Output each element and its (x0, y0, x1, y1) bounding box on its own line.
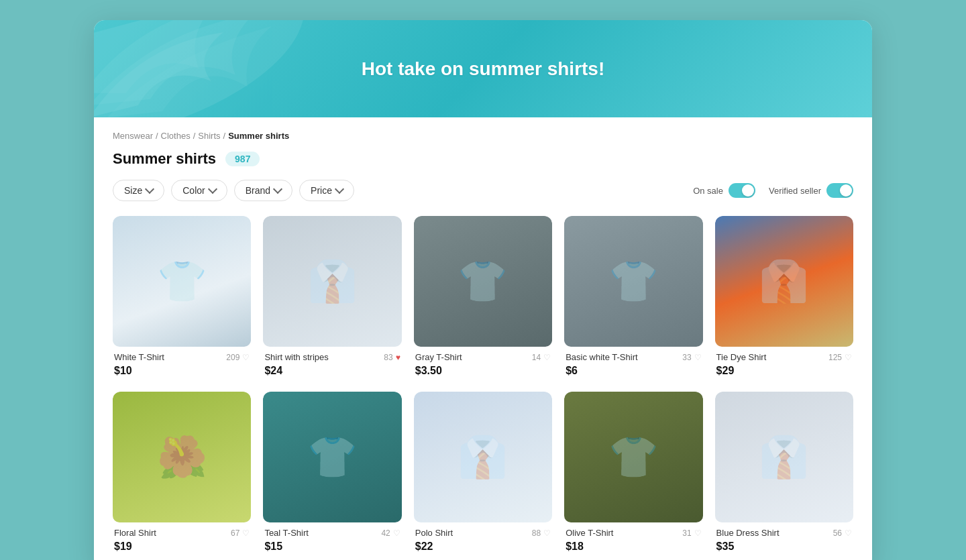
product-price: $10 (114, 365, 250, 377)
heart-icon[interactable]: ♡ (543, 353, 551, 362)
heart-icon[interactable]: ♡ (694, 353, 702, 362)
product-name: Gray T-Shirt (415, 352, 462, 362)
product-name-row: Olive T-Shirt 31 ♡ (566, 528, 701, 538)
product-image: 👕 (113, 216, 251, 347)
product-card[interactable]: 👔 Tie Dye Shirt 125 ♡ $29 (715, 216, 853, 380)
product-info: White T-Shirt 209 ♡ $10 (113, 347, 251, 380)
product-name-row: Floral Shirt 67 ♡ (114, 528, 250, 538)
product-image-emoji: 👔 (715, 392, 853, 522)
brand-chevron-icon (273, 184, 282, 194)
product-info: Shirt with stripes 83 ♥ $24 (263, 347, 401, 380)
product-likes: 31 ♡ (682, 528, 701, 538)
color-filter-label: Color (182, 185, 205, 196)
product-image-emoji: 👕 (113, 216, 251, 347)
product-price: $6 (566, 365, 701, 377)
breadcrumb-menswear[interactable]: Menswear (113, 131, 153, 141)
filters-right: On sale Verified seller (693, 183, 853, 198)
product-name: Floral Shirt (114, 528, 156, 538)
product-image-emoji: 👕 (414, 216, 552, 347)
product-image: 👕 (414, 216, 552, 347)
brand-filter[interactable]: Brand (234, 180, 292, 201)
product-image-emoji: 👕 (564, 216, 702, 347)
heart-icon[interactable]: ♡ (845, 353, 852, 362)
breadcrumb: Menswear / Clothes / Shirts / Summer shi… (113, 131, 853, 141)
product-name: Olive T-Shirt (566, 528, 613, 538)
verified-seller-toggle[interactable] (826, 183, 853, 198)
heart-icon[interactable]: ♥ (396, 353, 400, 362)
product-count-badge: 987 (225, 152, 260, 166)
product-likes: 125 ♡ (828, 353, 852, 362)
product-price: $29 (716, 365, 852, 377)
breadcrumb-sep1: / (156, 131, 158, 141)
hero-title: Hot take on summer shirts! (362, 58, 605, 80)
heart-icon[interactable]: ♡ (845, 528, 852, 538)
product-name: Tie Dye Shirt (716, 352, 767, 362)
heart-icon[interactable]: ♡ (242, 528, 250, 538)
product-name-row: White T-Shirt 209 ♡ (114, 352, 250, 362)
product-likes: 209 ♡ (226, 353, 250, 362)
page-header: Summer shirts 987 (113, 150, 853, 168)
product-image-emoji: 👔 (263, 216, 401, 347)
product-likes: 83 ♥ (384, 353, 400, 362)
likes-count: 56 (833, 528, 842, 538)
price-filter[interactable]: Price (299, 180, 354, 201)
breadcrumb-shirts[interactable]: Shirts (198, 131, 220, 141)
on-sale-toggle[interactable] (729, 183, 755, 198)
color-filter[interactable]: Color (171, 180, 227, 201)
likes-count: 83 (384, 353, 392, 362)
heart-icon[interactable]: ♡ (694, 528, 702, 538)
verified-seller-toggle-group: Verified seller (769, 183, 853, 198)
product-likes: 42 ♡ (381, 528, 400, 538)
product-card[interactable]: 👕 White T-Shirt 209 ♡ $10 (113, 216, 251, 380)
product-image: 👕 (263, 392, 401, 522)
product-image-emoji: 👔 (414, 392, 552, 522)
product-name: Polo Shirt (415, 528, 453, 538)
heart-icon[interactable]: ♡ (543, 528, 551, 538)
product-name-row: Teal T-Shirt 42 ♡ (264, 528, 400, 538)
likes-count: 14 (532, 353, 541, 362)
product-name-row: Basic white T-Shirt 33 ♡ (566, 352, 701, 362)
product-card[interactable]: 👔 Blue Dress Shirt 56 ♡ $35 (715, 392, 853, 555)
product-card[interactable]: 👕 Olive T-Shirt 31 ♡ $18 (564, 392, 702, 555)
product-price: $24 (264, 365, 400, 377)
product-likes: 14 ♡ (532, 353, 551, 362)
product-card[interactable]: 👕 Basic white T-Shirt 33 ♡ $6 (564, 216, 702, 380)
color-chevron-icon (208, 184, 217, 194)
product-image-emoji: 👔 (715, 216, 853, 347)
product-card[interactable]: 🌺 Floral Shirt 67 ♡ $19 (113, 392, 251, 555)
app-container: Hot take on summer shirts! Menswear / Cl… (94, 20, 872, 560)
breadcrumb-active: Summer shirts (228, 131, 289, 141)
heart-icon[interactable]: ♡ (242, 353, 250, 362)
breadcrumb-clothes[interactable]: Clothes (161, 131, 191, 141)
content-area: Menswear / Clothes / Shirts / Summer shi… (94, 117, 872, 560)
breadcrumb-sep3: / (223, 131, 226, 141)
product-image: 👔 (715, 216, 853, 347)
heart-icon[interactable]: ♡ (393, 528, 400, 538)
size-filter-label: Size (124, 185, 142, 196)
product-name-row: Polo Shirt 88 ♡ (415, 528, 551, 538)
product-image: 👔 (263, 216, 401, 347)
product-info: Basic white T-Shirt 33 ♡ $6 (564, 347, 702, 380)
product-price: $3.50 (415, 365, 551, 377)
product-price: $22 (415, 541, 551, 553)
likes-count: 88 (532, 528, 541, 538)
product-info: Gray T-Shirt 14 ♡ $3.50 (414, 347, 552, 380)
product-price: $19 (114, 541, 250, 553)
product-likes: 33 ♡ (682, 353, 701, 362)
product-image: 🌺 (113, 392, 251, 522)
product-card[interactable]: 👕 Gray T-Shirt 14 ♡ $3.50 (414, 216, 552, 380)
likes-count: 31 (682, 528, 691, 538)
product-info: Polo Shirt 88 ♡ $22 (414, 522, 552, 555)
on-sale-label: On sale (693, 186, 723, 196)
product-name: Basic white T-Shirt (566, 352, 637, 362)
product-card[interactable]: 👔 Polo Shirt 88 ♡ $22 (414, 392, 552, 555)
product-name-row: Blue Dress Shirt 56 ♡ (716, 528, 852, 538)
size-filter[interactable]: Size (113, 180, 164, 201)
product-card[interactable]: 👔 Shirt with stripes 83 ♥ $24 (263, 216, 401, 380)
product-card[interactable]: 👕 Teal T-Shirt 42 ♡ $15 (263, 392, 401, 555)
product-image-emoji: 👕 (564, 392, 702, 522)
size-chevron-icon (145, 184, 154, 194)
product-image: 👔 (715, 392, 853, 522)
products-grid: 👕 White T-Shirt 209 ♡ $10 👔 Shirt with s… (113, 216, 853, 555)
product-price: $15 (264, 541, 400, 553)
